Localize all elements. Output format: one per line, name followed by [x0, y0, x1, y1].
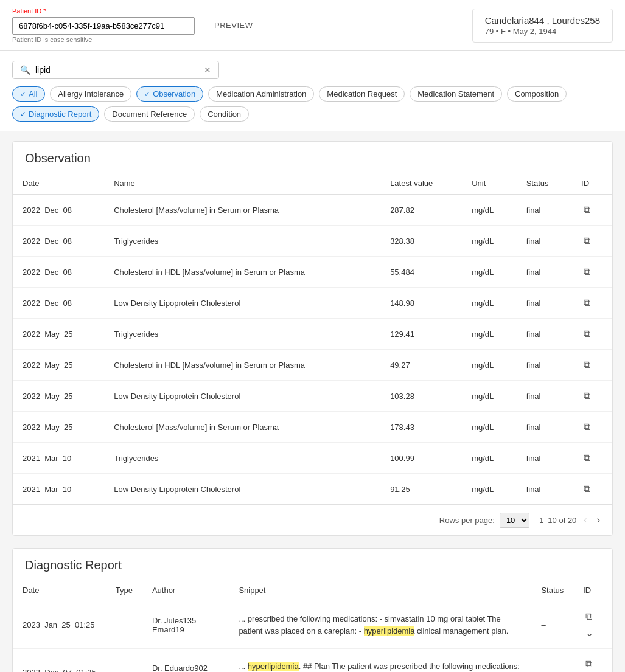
obs-id: ⧉ — [571, 443, 612, 474]
copy-id-button[interactable]: ⧉ — [581, 202, 593, 218]
obs-unit: mg/dL — [462, 226, 516, 257]
copy-id-button[interactable]: ⧉ — [581, 357, 593, 373]
obs-date: 2021 Mar 10 — [13, 474, 104, 505]
obs-unit: mg/dL — [462, 350, 516, 381]
filter-chip-med-request[interactable]: Medication Request — [319, 86, 405, 102]
copy-diag-id-button[interactable]: ⧉ — [583, 609, 595, 625]
obs-unit: mg/dL — [462, 288, 516, 319]
obs-unit: mg/dL — [462, 443, 516, 474]
clear-search-icon[interactable]: ✕ — [204, 65, 211, 75]
copy-id-button[interactable]: ⧉ — [581, 481, 593, 497]
obs-value: 328.38 — [380, 226, 462, 257]
obs-status: final — [517, 195, 571, 226]
copy-id-button[interactable]: ⧉ — [581, 264, 593, 280]
obs-status: final — [517, 319, 571, 350]
diag-date: 2022 Dec 07 01:25 — [13, 649, 106, 673]
chip-check-icon: ✓ — [144, 90, 150, 99]
chip-label: All — [29, 89, 37, 99]
copy-id-button[interactable]: ⧉ — [581, 450, 593, 466]
filter-chip-composition[interactable]: Composition — [507, 86, 567, 102]
filter-chips: ✓AllAllergy Intolerance✓ObservationMedic… — [12, 86, 613, 122]
diag-type — [106, 601, 142, 649]
chip-label: Medication Administration — [216, 89, 306, 99]
obs-date: 2022 Dec 08 — [13, 257, 104, 288]
copy-id-button[interactable]: ⧉ — [581, 326, 593, 342]
obs-status: final — [517, 350, 571, 381]
obs-name: Cholesterol in HDL [Mass/volume] in Seru… — [104, 257, 380, 288]
search-filter-section: 🔍 ✕ ✓AllAllergy Intolerance✓ObservationM… — [0, 51, 625, 131]
table-row: 2021 Mar 10 Triglycerides 100.99 mg/dL f… — [13, 443, 612, 474]
chip-label: Observation — [153, 89, 195, 99]
diag-col-date: Date — [13, 580, 106, 601]
obs-value: 287.82 — [380, 195, 462, 226]
diag-snippet: ... prescribed the following medications… — [229, 601, 531, 649]
obs-date: 2022 May 25 — [13, 381, 104, 412]
obs-name: Low Density Lipoprotein Cholesterol — [104, 381, 380, 412]
table-row: 2022 Dec 08 Low Density Lipoprotein Chol… — [13, 288, 612, 319]
filter-chip-observation[interactable]: ✓Observation — [136, 86, 203, 102]
obs-status: final — [517, 257, 571, 288]
patient-id-input[interactable] — [12, 17, 195, 35]
filter-chip-condition[interactable]: Condition — [200, 106, 249, 122]
copy-id-button[interactable]: ⧉ — [581, 295, 593, 311]
filter-chip-med-statement[interactable]: Medication Statement — [410, 86, 502, 102]
obs-value: 55.484 — [380, 257, 462, 288]
chip-check-icon: ✓ — [20, 110, 26, 119]
copy-id-button[interactable]: ⧉ — [581, 419, 593, 435]
filter-chip-allergy[interactable]: Allergy Intolerance — [50, 86, 131, 102]
diagnostic-section: Diagnostic Report Date Type Author Snipp… — [12, 548, 613, 672]
patient-id-label-text: Patient ID * — [12, 7, 46, 15]
observation-pagination: Rows per page: 10 25 50 1–10 of 20 ‹ › — [13, 504, 612, 535]
table-row: 2021 Mar 10 Low Density Lipoprotein Chol… — [13, 474, 612, 505]
patient-info-card: Candelaria844 , Lourdes258 79 • F • May … — [472, 9, 613, 43]
patient-name: Candelaria844 , Lourdes258 — [485, 15, 600, 26]
diag-col-status: Status — [531, 580, 573, 601]
filter-chip-med-admin[interactable]: Medication Administration — [208, 86, 314, 102]
filter-chip-diag-report[interactable]: ✓Diagnostic Report — [12, 106, 99, 122]
filter-chip-all[interactable]: ✓All — [12, 86, 45, 102]
expand-row-button[interactable]: ⌄ — [583, 625, 596, 641]
chip-label: Condition — [208, 109, 241, 119]
prev-page-button[interactable]: ‹ — [581, 512, 589, 528]
obs-date: 2022 May 25 — [13, 412, 104, 443]
copy-id-button[interactable]: ⧉ — [581, 233, 593, 249]
table-row: 2022 May 25 Triglycerides 129.41 mg/dL f… — [13, 319, 612, 350]
diag-status: – — [531, 601, 573, 649]
rows-per-page-select[interactable]: 10 25 50 — [500, 513, 529, 528]
obs-value: 100.99 — [380, 443, 462, 474]
obs-name: Triglycerides — [104, 319, 380, 350]
table-row: 2022 Dec 08 Cholesterol in HDL [Mass/vol… — [13, 257, 612, 288]
search-input[interactable] — [35, 65, 204, 75]
filter-chip-doc-ref[interactable]: Document Reference — [104, 106, 195, 122]
diag-col-type: Type — [106, 580, 142, 601]
table-row: 2022 May 25 Cholesterol [Mass/volume] in… — [13, 412, 612, 443]
diagnostic-header-row: Date Type Author Snippet Status ID — [13, 580, 612, 601]
main-content: Observation Date Name Latest value Unit … — [0, 131, 625, 672]
page-nav: 1–10 of 20 ‹ › — [539, 512, 602, 528]
diag-author: Dr. Jules135 Emard19 — [142, 601, 229, 649]
preview-button[interactable]: PREVIEW — [207, 17, 260, 33]
next-page-button[interactable]: › — [595, 512, 602, 528]
obs-unit: mg/dL — [462, 257, 516, 288]
copy-id-button[interactable]: ⧉ — [581, 388, 593, 404]
obs-date: 2022 May 25 — [13, 350, 104, 381]
diag-col-id: ID — [573, 580, 612, 601]
chip-label: Medication Statement — [417, 89, 494, 99]
highlighted-term: hyperlipidemia — [248, 662, 299, 671]
obs-id: ⧉ — [571, 412, 612, 443]
table-row: 2022 May 25 Cholesterol in HDL [Mass/vol… — [13, 350, 612, 381]
obs-id: ⧉ — [571, 195, 612, 226]
obs-date: 2022 Dec 08 — [13, 288, 104, 319]
obs-id: ⧉ — [571, 474, 612, 505]
obs-date: 2021 Mar 10 — [13, 443, 104, 474]
obs-unit: mg/dL — [462, 195, 516, 226]
col-id: ID — [571, 173, 612, 195]
obs-name: Triglycerides — [104, 443, 380, 474]
obs-status: final — [517, 443, 571, 474]
patient-id-section: Patient ID * Patient ID is case sensitiv… — [12, 7, 195, 43]
table-row: 2023 Jan 25 01:25 Dr. Jules135 Emard19 .… — [13, 601, 612, 649]
copy-diag-id-button[interactable]: ⧉ — [583, 656, 595, 672]
obs-value: 103.28 — [380, 381, 462, 412]
obs-status: final — [517, 288, 571, 319]
obs-date: 2022 Dec 08 — [13, 195, 104, 226]
